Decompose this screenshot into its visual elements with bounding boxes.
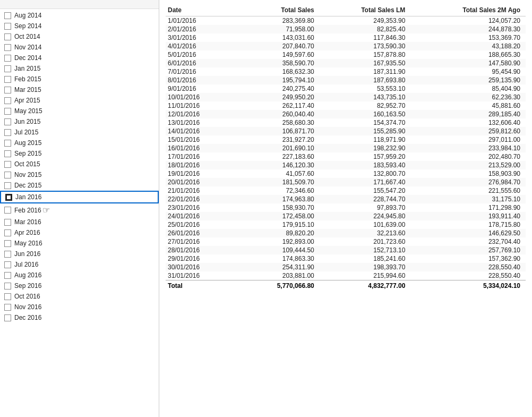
table-row: 16/01/2016201,690.10198,232.90233,984.10 — [166, 144, 526, 152]
cell-9-0: 10/01/2016 — [166, 93, 241, 101]
table-row: 6/01/2016358,590.70167,935.50147,580.90 — [166, 59, 526, 67]
filter-item-oct-2015[interactable]: Oct 2015 — [0, 159, 159, 169]
filter-item-aug-2015[interactable]: Aug 2015 — [0, 138, 159, 148]
checkbox-dec-2014[interactable] — [4, 55, 11, 62]
filter-item-oct-2016[interactable]: Oct 2016 — [0, 291, 159, 302]
checkbox-feb-2015[interactable] — [4, 76, 11, 83]
cell-27-1: 109,444.50 — [241, 246, 319, 254]
checkbox-may-2015[interactable] — [4, 108, 11, 115]
cell-25-2: 32,213.60 — [320, 229, 411, 237]
checkbox-dec-2015[interactable] — [4, 182, 11, 189]
filter-sort-icons — [148, 3, 155, 5]
cell-9-3: 62,236.30 — [410, 93, 526, 101]
filter-item-mar-2016[interactable]: Mar 2016 — [0, 217, 159, 227]
filter-item-dec-2015[interactable]: Dec 2015 — [0, 180, 159, 191]
filter-label-jan-2015: Jan 2015 — [14, 65, 40, 72]
checkbox-jul-2015[interactable] — [4, 129, 11, 136]
filter-item-may-2015[interactable]: May 2015 — [0, 106, 159, 116]
checkbox-mar-2016[interactable] — [4, 219, 11, 226]
checkbox-nov-2015[interactable] — [4, 172, 11, 178]
cell-19-2: 171,667.40 — [320, 178, 411, 186]
filter-item-jul-2015[interactable]: Jul 2015 — [0, 127, 159, 138]
filter-item-feb-2015[interactable]: Feb 2015 — [0, 74, 159, 84]
filter-item-apr-2016[interactable]: Apr 2016 — [0, 227, 159, 238]
filter-item-sep-2015[interactable]: Sep 2015 — [0, 148, 159, 159]
filter-item-jun-2015[interactable]: Jun 2015 — [0, 116, 159, 127]
cell-5-3: 147,580.90 — [410, 59, 526, 67]
table-row: 13/01/2016258,680.30154,374.70132,606.40 — [166, 118, 526, 127]
filter-item-jan-2015[interactable]: Jan 2015 — [0, 63, 159, 74]
footer-cell-0: Total — [166, 280, 241, 292]
filter-label-may-2015: May 2015 — [14, 107, 42, 115]
cell-14-1: 231,927.20 — [241, 135, 319, 144]
checkbox-aug-2015[interactable] — [4, 140, 11, 147]
filter-item-nov-2016[interactable]: Nov 2016 — [0, 302, 159, 312]
checkbox-mar-2015[interactable] — [4, 87, 11, 93]
cell-11-3: 289,185.40 — [410, 110, 526, 118]
checkbox-jul-2016[interactable] — [4, 261, 11, 268]
checkbox-nov-2014[interactable] — [4, 44, 11, 51]
filter-item-feb-2016[interactable]: Feb 2016☞ — [0, 203, 159, 217]
cell-6-2: 187,311.90 — [320, 67, 411, 76]
filter-label-jul-2015: Jul 2015 — [14, 129, 38, 136]
cell-26-0: 27/01/2016 — [166, 237, 241, 246]
checkbox-apr-2015[interactable] — [4, 97, 11, 104]
cell-4-1: 149,597.60 — [241, 50, 319, 59]
table-row: 18/01/2016146,120.30183,593.40213,529.00 — [166, 161, 526, 169]
cell-6-3: 95,454.90 — [410, 67, 526, 76]
checkbox-oct-2016[interactable] — [4, 293, 11, 300]
cell-9-1: 249,950.20 — [241, 93, 319, 101]
checkbox-jan-2015[interactable] — [4, 65, 11, 72]
filter-list[interactable]: Aug 2014Sep 2014Oct 2014Nov 2014Dec 2014… — [0, 9, 159, 417]
checkbox-jun-2016[interactable] — [4, 251, 11, 258]
filter-label-dec-2016: Dec 2016 — [14, 314, 41, 321]
filter-item-mar-2015[interactable]: Mar 2015 — [0, 84, 159, 95]
checkbox-sep-2014[interactable] — [4, 23, 11, 30]
footer-cell-2: 4,832,777.00 — [320, 280, 411, 292]
footer-cell-1: 5,770,066.80 — [241, 280, 319, 292]
filter-item-jan-2016[interactable]: Jan 2016 — [0, 191, 159, 203]
checkbox-jan-2016[interactable] — [5, 194, 12, 201]
checkbox-sep-2015[interactable] — [4, 150, 11, 157]
filter-item-sep-2016[interactable]: Sep 2016 — [0, 280, 159, 291]
table-row: 27/01/2016192,893.00201,723.60232,704.40 — [166, 237, 526, 246]
filter-item-oct-2014[interactable]: Oct 2014 — [0, 31, 159, 42]
cell-17-1: 146,120.30 — [241, 161, 319, 169]
checkbox-aug-2016[interactable] — [4, 272, 11, 279]
sort-desc-icon[interactable] — [152, 3, 155, 5]
filter-label-jun-2015: Jun 2015 — [14, 118, 40, 125]
filter-item-nov-2015[interactable]: Nov 2015 — [0, 169, 159, 180]
checkbox-nov-2016[interactable] — [4, 304, 11, 311]
checkbox-feb-2016[interactable] — [4, 207, 11, 214]
filter-item-jun-2016[interactable]: Jun 2016 — [0, 249, 159, 259]
filter-item-dec-2014[interactable]: Dec 2014 — [0, 53, 159, 63]
table-row: 20/01/2016181,509.70171,667.40276,984.70 — [166, 178, 526, 186]
checkbox-jun-2015[interactable] — [4, 118, 11, 125]
filter-item-aug-2016[interactable]: Aug 2016 — [0, 270, 159, 280]
cell-7-1: 195,794.10 — [241, 76, 319, 84]
filter-item-may-2016[interactable]: May 2016 — [0, 238, 159, 249]
cell-30-2: 215,994.60 — [320, 271, 411, 280]
checkbox-oct-2015[interactable] — [4, 161, 11, 168]
checkbox-dec-2016[interactable] — [4, 314, 11, 321]
filter-item-sep-2014[interactable]: Sep 2014 — [0, 21, 159, 31]
cell-13-2: 155,285.90 — [320, 127, 411, 135]
filter-item-apr-2015[interactable]: Apr 2015 — [0, 95, 159, 106]
cell-28-0: 29/01/2016 — [166, 254, 241, 263]
sort-asc-icon[interactable] — [148, 3, 150, 5]
filter-label-feb-2015: Feb 2015 — [14, 75, 41, 83]
checkbox-sep-2016[interactable] — [4, 283, 11, 290]
filter-item-nov-2014[interactable]: Nov 2014 — [0, 42, 159, 53]
filter-label-may-2016: May 2016 — [14, 240, 42, 247]
checkbox-apr-2016[interactable] — [4, 229, 11, 236]
cell-13-0: 14/01/2016 — [166, 127, 241, 135]
filter-item-jul-2016[interactable]: Jul 2016 — [0, 259, 159, 270]
filter-item-aug-2014[interactable]: Aug 2014 — [0, 10, 159, 21]
checkbox-may-2016[interactable] — [4, 240, 11, 247]
filter-item-dec-2016[interactable]: Dec 2016 — [0, 312, 159, 323]
cell-13-3: 259,812.60 — [410, 127, 526, 135]
table-row: 22/01/2016174,963.80228,744.7031,175.10 — [166, 195, 526, 203]
checkbox-aug-2014[interactable] — [4, 12, 11, 19]
table-row: 29/01/2016174,863.30185,241.60157,362.90 — [166, 254, 526, 263]
checkbox-oct-2014[interactable] — [4, 33, 11, 40]
